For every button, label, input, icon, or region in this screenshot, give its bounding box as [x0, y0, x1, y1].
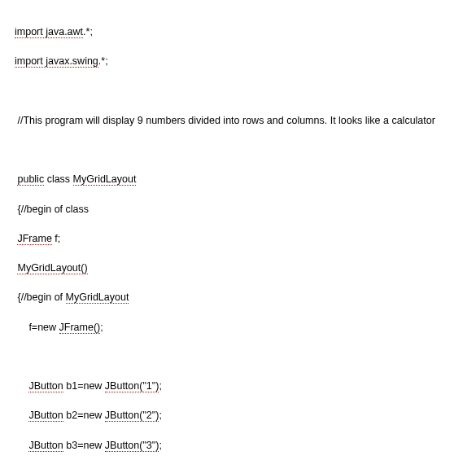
- text: MyGridLayout(): [17, 262, 87, 274]
- text: JButton: [28, 410, 63, 422]
- text: MyGridLayout: [66, 291, 129, 304]
- text: b2=new: [63, 410, 105, 421]
- text: f=new: [28, 322, 59, 333]
- text: JFrame: [17, 233, 51, 245]
- text: public: [17, 173, 44, 186]
- code-line: JFrame f;: [15, 231, 476, 246]
- text: JButton: [28, 440, 63, 452]
- text: MyGridLayout: [73, 173, 137, 186]
- text: ;: [159, 440, 161, 451]
- code-line: {//begin of class: [15, 202, 476, 217]
- code-line: public class MyGridLayout: [15, 172, 476, 186]
- code-line: JButton b1=new JButton("1");: [15, 379, 476, 393]
- text: import javax.swing: [15, 55, 98, 68]
- code-line: import javax.swing.*;: [15, 54, 476, 68]
- code-line: f=new JFrame();: [15, 320, 476, 335]
- code-line: {//begin of MyGridLayout: [15, 290, 476, 305]
- text: import java.awt: [15, 26, 83, 38]
- blank-line: [15, 142, 476, 157]
- text: ;: [100, 322, 103, 333]
- text: JButton: [28, 380, 63, 392]
- comment-line: //This program will display 9 numbers di…: [15, 113, 476, 128]
- blank-line: [15, 84, 476, 99]
- text: b1=new: [63, 380, 105, 392]
- text: .*;: [83, 26, 93, 37]
- text: {//begin of: [17, 291, 65, 303]
- text: JButton("2"): [105, 410, 159, 422]
- text: //This program will display 9 numbers di…: [17, 115, 435, 126]
- text: b3=new: [63, 440, 105, 451]
- code-line: import java.awt.*;: [15, 24, 476, 39]
- text: {//begin of class: [17, 204, 89, 215]
- text: JButton("1"): [105, 380, 159, 392]
- code-line: MyGridLayout(): [15, 261, 476, 275]
- text: ;: [159, 380, 161, 392]
- code-line: JButton b2=new JButton("2");: [15, 408, 476, 423]
- code-line: JButton b3=new JButton("3");: [15, 438, 476, 453]
- text: JButton("3"): [105, 440, 159, 452]
- code-document: import java.awt.*; import javax.swing.*;…: [0, 0, 476, 469]
- text: .*;: [98, 55, 108, 67]
- text: ;: [159, 410, 161, 421]
- text: class: [44, 173, 72, 185]
- text: JFrame(): [59, 322, 101, 334]
- text: f;: [52, 233, 60, 244]
- blank-line: [15, 349, 476, 364]
